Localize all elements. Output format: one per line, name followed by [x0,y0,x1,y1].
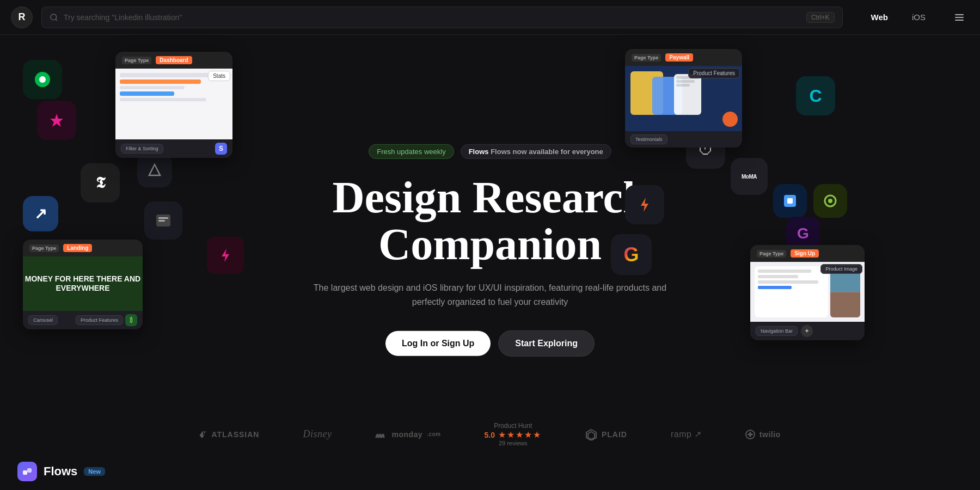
preview-card-paywall: Page Type Paywall Product Features Testi… [625,49,742,148]
card-tag-signup: Sign Up [791,249,819,258]
badge-flows: Flows Flows now available for everyone [461,144,611,159]
svg-rect-2 [955,17,964,18]
svg-marker-10 [641,198,648,212]
search-icon [50,13,58,22]
app-icon-zap [625,185,664,224]
label-navigation-bar: Navigation Bar [756,326,798,336]
ph-stars: ★★★★★ [498,430,542,440]
card-content-landing: MONEY FOR HERE THERE AND EVERYWHERE [23,256,143,311]
brand-ramp: ramp ↗ [671,429,702,439]
label-product-image: Product Image [820,264,862,274]
ph-title: Product Hunt [484,422,541,430]
nav-tabs: Web iOS [860,9,936,25]
brand-monday: monday.com [375,430,440,439]
app-icon-teal-c: C [796,76,835,115]
svg-point-14 [828,199,832,203]
app-icon-pink [37,101,76,140]
search-bar[interactable]: Try searching "Linkedin illustration" Ct… [41,7,843,28]
svg-point-20 [749,433,751,436]
svg-marker-16 [588,432,595,439]
card-tag-paywall: Paywall [665,53,693,62]
ph-score: 5.0 [484,431,494,439]
app-icon-moma: MoMA [731,158,768,195]
card-badge-s: S [215,143,227,155]
card-tag-dashboard: Dashboard [156,56,192,64]
brand-ramp-name: ramp ↗ [671,429,702,439]
svg-rect-12 [787,198,793,204]
brand-plaid: PLAID [585,428,627,440]
app-icon-pink-bolt [207,237,244,274]
brand-disney: Disney [303,428,332,440]
cta-buttons: Log In or Sign Up Start Exploring [299,330,681,357]
card-header-dashboard: Page Type Dashboard [115,52,232,69]
app-icon-blue-sq [773,184,807,218]
flows-section: Flows New [0,453,122,490]
app-icon-green [23,60,62,99]
card-tag-page-type: Page Type [122,57,151,64]
logo[interactable]: R [11,7,33,28]
keyboard-shortcut: Ctrl+K [806,12,835,23]
label-product-features-paywall: Product Features [688,68,740,78]
ph-reviews: 29 reviews [484,440,541,446]
app-icon-nyt: 𝕿 [81,163,120,203]
label-stats: Stats [208,71,230,81]
app-icon-link: ↗ [23,196,58,231]
card-tag-page-type-landing: Page Type [29,244,59,252]
svg-marker-9 [222,249,229,262]
tab-web[interactable]: Web [860,9,899,25]
app-icon-intercom [144,201,182,240]
svg-rect-22 [27,468,32,473]
brand-monday-name: monday [391,430,422,439]
card-content-signup: Product Image [750,262,865,322]
svg-point-5 [39,76,46,83]
card-header-signup: Page Type Sign Up [750,245,865,262]
preview-card-signup: Page Type Sign Up Product Image Na [750,245,865,340]
flows-label: Flows [44,464,77,479]
card-content-dashboard: Stats [115,69,232,139]
brands-section: ATLASSIAN Disney monday.com Product Hunt… [0,422,980,446]
hero-subtitle: The largest web design and iOS library f… [299,281,681,309]
svg-rect-7 [158,217,168,219]
badge-row: Fresh updates weekly Flows Flows now ava… [299,144,681,159]
badge-fresh-updates: Fresh updates weekly [369,144,454,159]
brand-twilio: twilio [745,430,781,439]
menu-button[interactable] [950,8,969,27]
label-filter: Filter & Sorting [121,144,163,154]
label-carousel: Carousel [28,315,58,325]
svg-rect-3 [955,20,964,21]
card-badge-signup: ✦ [801,325,813,337]
svg-point-0 [51,14,57,20]
main-content: Fresh updates weekly Flows Flows now ava… [0,0,980,490]
svg-rect-8 [158,220,165,222]
tab-ios[interactable]: iOS [901,9,936,25]
brand-atlassian: ATLASSIAN [199,430,259,439]
card-tag-page-type-signup: Page Type [757,250,786,258]
card-content-paywall: Product Features [625,66,742,131]
explore-button[interactable]: Start Exploring [498,330,595,357]
svg-rect-1 [955,14,964,15]
label-testimonials: Testimonials [630,134,667,144]
card-tag-landing: Landing [63,244,92,252]
card-header-landing: Page Type Landing [23,240,143,256]
card-badge-landing: ₿ [125,314,137,326]
brand-twilio-name: twilio [759,430,781,439]
search-placeholder: Try searching "Linkedin illustration" [64,13,182,22]
brand-atlassian-name: ATLASSIAN [211,430,259,439]
card-tag-page-type-paywall: Page Type [632,54,661,62]
label-product-features: Product Features [76,315,123,325]
login-button[interactable]: Log In or Sign Up [385,331,491,356]
landing-text: MONEY FOR HERE THERE AND EVERYWHERE [23,274,143,293]
brand-product-hunt: Product Hunt 5.0 ★★★★★ 29 reviews [484,422,541,446]
app-icon-olive [813,184,847,218]
preview-card-dashboard: Page Type Dashboard Stats Filter & Sorti… [115,52,232,158]
svg-rect-21 [23,470,27,475]
brand-plaid-name: PLAID [602,430,627,439]
preview-card-landing: Page Type Landing MONEY FOR HERE THERE A… [23,240,143,329]
card-header-paywall: Page Type Paywall [625,49,742,66]
flows-new-badge: New [84,467,105,476]
navbar: R Try searching "Linkedin illustration" … [0,0,980,35]
flows-icon [17,462,37,481]
app-icon-google: G [611,234,652,275]
brand-disney-name: Disney [303,428,332,440]
